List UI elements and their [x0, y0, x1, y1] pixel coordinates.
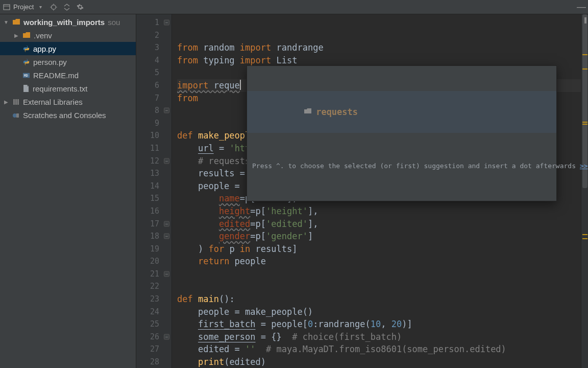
line-number: 21− — [136, 268, 172, 281]
text-file-icon — [22, 84, 30, 93]
line-number: 16 — [136, 205, 172, 218]
line-number: 8− — [136, 104, 172, 117]
toolbar: Project ▾ — — [0, 0, 588, 14]
chevron-down-icon[interactable]: ▾ — [37, 4, 44, 11]
code-line[interactable] — [177, 268, 581, 281]
expand-all-icon[interactable] — [63, 4, 70, 11]
fold-toggle[interactable]: − — [164, 108, 169, 113]
code-line[interactable] — [177, 280, 581, 293]
tree-item[interactable]: MDREADME.md — [0, 68, 136, 82]
code-line[interactable]: people = make_people() — [177, 306, 581, 318]
text-caret — [240, 80, 241, 90]
svg-rect-13 — [16, 113, 19, 118]
tree-item[interactable]: ▶.venv — [0, 29, 136, 42]
warning-marker[interactable] — [582, 234, 587, 235]
code-line[interactable]: edited = '' # maya.MayaDT.from_iso8601(s… — [177, 343, 581, 356]
line-number: 10 — [136, 129, 172, 142]
python-file-icon — [22, 58, 30, 66]
chevron-down-icon[interactable]: ▼ — [3, 19, 9, 25]
line-number: 18− — [136, 230, 172, 243]
markdown-file-icon: MD — [22, 72, 30, 79]
svg-point-2 — [52, 5, 56, 9]
libraries-icon — [12, 98, 20, 106]
svg-rect-10 — [15, 99, 17, 105]
completion-popup[interactable]: requests Press ^. to choose the selected… — [247, 65, 557, 201]
completion-text: requests — [316, 106, 358, 119]
warning-marker[interactable] — [582, 122, 587, 123]
line-number: 9 — [136, 117, 172, 130]
line-number: 17− — [136, 218, 172, 231]
chevron-right-icon[interactable]: ▶ — [13, 33, 19, 38]
code-line[interactable]: return people — [177, 255, 581, 268]
line-number: 13 — [136, 167, 172, 180]
scratches-icon — [12, 111, 20, 119]
code-line[interactable]: height=p['height'], — [177, 205, 581, 218]
line-number: 25 — [136, 318, 172, 331]
line-number: 4 — [136, 54, 172, 67]
tree-root[interactable]: ▼working_with_imports sou — [0, 15, 136, 29]
line-number: 1− — [136, 16, 172, 29]
gear-icon[interactable] — [77, 4, 84, 11]
code-line[interactable]: first_batch = people[0:randrange(10, 20)… — [177, 318, 581, 331]
code-line[interactable]: print(edited) — [177, 356, 581, 368]
svg-rect-11 — [17, 99, 19, 105]
project-tool-icon[interactable] — [3, 4, 10, 11]
line-number: 22 — [136, 280, 172, 293]
fold-toggle[interactable]: − — [164, 334, 169, 340]
line-number: 20 — [136, 255, 172, 268]
analysis-paused-icon[interactable]: ❚❚ — [583, 16, 588, 24]
fold-toggle[interactable]: − — [164, 20, 169, 26]
package-icon — [252, 93, 312, 131]
fold-toggle[interactable]: − — [164, 271, 169, 277]
code-editor[interactable]: 1−2345678−9101112−1314151617−18−192021−2… — [136, 14, 588, 368]
tree-item-external-libs[interactable]: ▶External Libraries — [0, 95, 136, 108]
warning-marker[interactable] — [582, 238, 587, 239]
warning-marker[interactable] — [582, 124, 587, 125]
target-icon[interactable] — [50, 4, 57, 11]
line-number: 7 — [136, 92, 172, 105]
line-number: 11 — [136, 142, 172, 155]
code-line[interactable]: gender=p['gender'] — [177, 230, 581, 243]
line-number: 19 — [136, 243, 172, 256]
folder-icon — [22, 32, 31, 39]
line-number: 14 — [136, 180, 172, 193]
project-tree[interactable]: ▼working_with_imports sou▶.venvapp.pyper… — [0, 14, 136, 368]
warning-marker[interactable] — [582, 54, 587, 55]
chevron-right-icon[interactable]: ▶ — [3, 99, 9, 105]
completion-more-link[interactable]: >> — [580, 160, 588, 173]
line-number: 27 — [136, 343, 172, 356]
completion-hint: Press ^. to choose the selected (or firs… — [247, 158, 556, 176]
line-number: 5 — [136, 66, 172, 79]
code-line[interactable]: ) for p in results] — [177, 243, 581, 256]
completion-item[interactable]: requests — [247, 91, 556, 133]
svg-text:MD: MD — [24, 74, 28, 78]
line-number: 24 — [136, 306, 172, 318]
svg-rect-9 — [13, 99, 15, 105]
line-number: 23 — [136, 293, 172, 306]
fold-toggle[interactable]: − — [164, 221, 169, 226]
warning-marker[interactable] — [582, 68, 587, 70]
tree-item[interactable]: person.py — [0, 55, 136, 68]
svg-point-12 — [13, 113, 17, 118]
toolbar-title[interactable]: Project — [13, 3, 34, 11]
error-stripe[interactable]: ❚❚ — [581, 14, 588, 368]
tree-item[interactable]: app.py — [0, 42, 136, 55]
line-number: 15 — [136, 192, 172, 205]
tree-item[interactable]: requirements.txt — [0, 82, 136, 95]
tree-item-scratches[interactable]: Scratches and Consoles — [0, 108, 136, 122]
line-number: 6 — [136, 79, 172, 92]
code-area[interactable]: from random import randrangefrom typing … — [172, 14, 581, 368]
minimize-icon[interactable]: — — [578, 4, 585, 11]
line-number: 12− — [136, 155, 172, 168]
fold-toggle[interactable]: − — [164, 234, 169, 239]
python-file-icon — [22, 45, 30, 53]
code-line[interactable]: from random import randrange — [177, 41, 581, 54]
fold-toggle[interactable]: − — [164, 158, 169, 164]
code-line[interactable]: edited=p['edited'], — [177, 218, 581, 231]
code-line[interactable]: def main(): — [177, 293, 581, 306]
line-number: 2 — [136, 29, 172, 42]
svg-rect-0 — [4, 5, 10, 10]
code-line[interactable]: from typing import List — [177, 54, 581, 67]
folder-icon — [12, 18, 20, 26]
code-line[interactable]: some_person = {} # choice(first_batch) — [177, 331, 581, 343]
